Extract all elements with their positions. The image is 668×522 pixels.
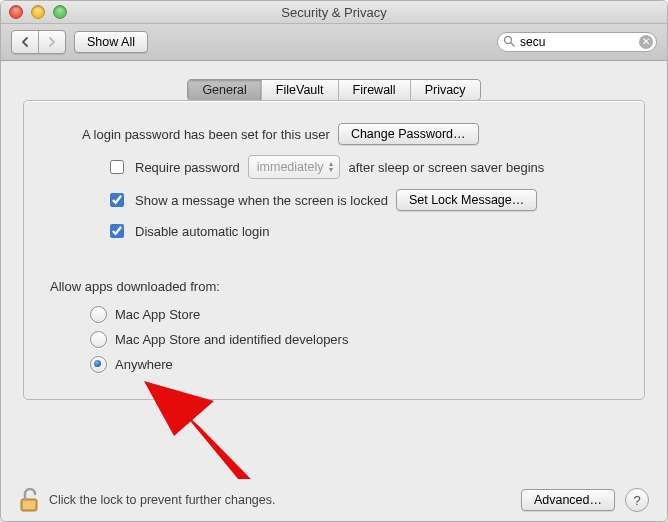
require-password-delay-select[interactable]: immediately ▴▾ [248, 155, 341, 179]
show-message-label: Show a message when the screen is locked [135, 193, 388, 208]
footer: Click the lock to prevent further change… [1, 479, 667, 521]
search-field-wrap: ✕ [497, 32, 657, 52]
tab-filevault[interactable]: FileVault [261, 80, 338, 100]
lock-row[interactable]: Click the lock to prevent further change… [19, 487, 276, 513]
tab-firewall[interactable]: Firewall [338, 80, 410, 100]
gatekeeper-option-identified[interactable]: Mac App Store and identified developers [50, 331, 618, 348]
require-password-delay-value: immediately [257, 160, 324, 174]
window-title: Security & Privacy [1, 5, 667, 20]
chevron-left-icon [20, 37, 30, 47]
disable-auto-login-label: Disable automatic login [135, 224, 269, 239]
forward-button[interactable] [38, 31, 65, 53]
lock-text: Click the lock to prevent further change… [49, 493, 276, 507]
require-password-label-after: after sleep or screen saver begins [348, 160, 544, 175]
gatekeeper-option-anywhere[interactable]: Anywhere [50, 356, 618, 373]
preferences-window: Security & Privacy Show All ✕ General Fi… [0, 0, 668, 522]
clear-search-button[interactable]: ✕ [639, 35, 653, 49]
disable-auto-login-checkbox[interactable] [110, 224, 124, 238]
general-pane: A login password has been set for this u… [23, 100, 645, 400]
search-icon [503, 35, 515, 50]
set-lock-message-button[interactable]: Set Lock Message… [396, 189, 537, 211]
show-all-button[interactable]: Show All [74, 31, 148, 53]
back-button[interactable] [12, 31, 38, 53]
radio-button[interactable] [90, 331, 107, 348]
close-window-button[interactable] [9, 5, 23, 19]
radio-button[interactable] [90, 306, 107, 323]
stepper-icon: ▴▾ [329, 161, 333, 173]
gatekeeper-option-mas[interactable]: Mac App Store [50, 306, 618, 323]
content-area: General FileVault Firewall Privacy A log… [1, 61, 667, 410]
show-message-checkbox[interactable] [110, 193, 124, 207]
gatekeeper-option-label: Mac App Store and identified developers [115, 332, 348, 347]
lock-open-icon [19, 487, 41, 513]
gatekeeper-section-label: Allow apps downloaded from: [50, 279, 618, 294]
gatekeeper-option-label: Anywhere [115, 357, 173, 372]
svg-rect-5 [23, 501, 35, 509]
toolbar: Show All ✕ [1, 24, 667, 61]
tabs: General FileVault Firewall Privacy [23, 79, 645, 101]
svg-point-0 [505, 37, 512, 44]
tab-privacy[interactable]: Privacy [410, 80, 480, 100]
require-password-label-before: Require password [135, 160, 240, 175]
chevron-right-icon [47, 37, 57, 47]
gatekeeper-option-label: Mac App Store [115, 307, 200, 322]
nav-segment [11, 30, 66, 54]
require-password-checkbox[interactable] [110, 160, 124, 174]
radio-button[interactable] [90, 356, 107, 373]
minimize-window-button[interactable] [31, 5, 45, 19]
traffic-lights [9, 5, 67, 19]
help-button[interactable]: ? [625, 488, 649, 512]
password-set-label: A login password has been set for this u… [82, 127, 330, 142]
advanced-button[interactable]: Advanced… [521, 489, 615, 511]
tab-general[interactable]: General [188, 80, 260, 100]
svg-marker-2 [144, 381, 214, 436]
zoom-window-button[interactable] [53, 5, 67, 19]
change-password-button[interactable]: Change Password… [338, 123, 479, 145]
svg-line-1 [511, 43, 514, 46]
titlebar: Security & Privacy [1, 1, 667, 24]
search-input[interactable] [497, 32, 657, 52]
